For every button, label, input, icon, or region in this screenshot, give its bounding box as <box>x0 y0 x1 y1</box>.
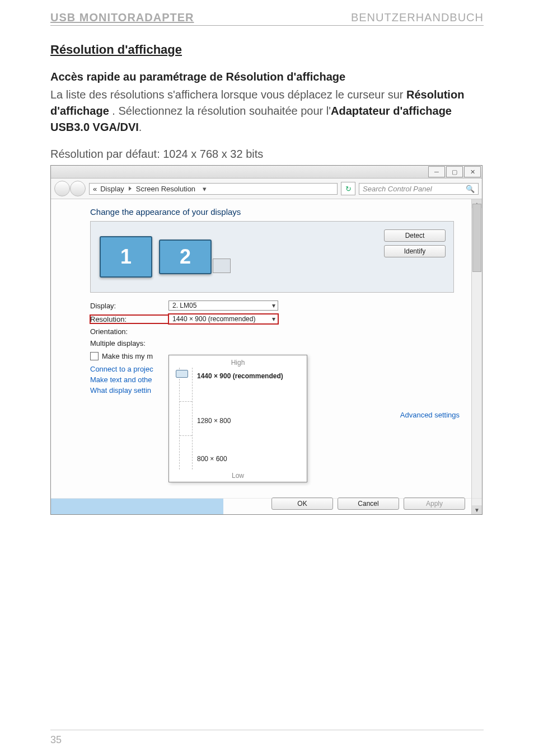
resolution-slider-handle[interactable] <box>176 370 188 378</box>
resolution-label: Resolution: <box>90 315 168 323</box>
header-right: BENUTZERHANDBUCH <box>351 11 484 24</box>
section-title: Résolution d'affichage <box>50 43 484 57</box>
monitor-2-label: 2 <box>180 245 191 269</box>
popup-option-recommended[interactable]: 1440 × 900 (recommended) <box>197 372 283 380</box>
page-header: USB MONITORADAPTER BENUTZERHANDBUCH <box>50 11 484 26</box>
popup-low-label: Low <box>169 472 307 480</box>
screenshot-window: ─ ▢ ✕ « Display Screen Resolution ▾ ↻ Se… <box>50 165 483 515</box>
orientation-label: Orientation: <box>90 327 168 336</box>
nav-buttons <box>54 181 86 196</box>
body-text-3: . <box>139 121 142 133</box>
body-paragraph: La liste des résolutions s'affichera lor… <box>50 87 484 135</box>
search-placeholder: Search Control Panel <box>363 185 432 193</box>
body-text-2: . Sélectionnez la résolution souhaitée p… <box>112 105 331 117</box>
subheading: Accès rapide au paramétrage de Résolutio… <box>50 71 484 83</box>
window-footer-shade <box>51 498 482 514</box>
search-icon: 🔍 <box>466 185 475 193</box>
breadcrumb-back: « <box>93 185 97 193</box>
back-button[interactable] <box>54 181 70 196</box>
panel-title: Change the appearance of your displays <box>90 207 454 217</box>
forward-button[interactable] <box>70 181 86 196</box>
popup-option-1280x800[interactable]: 1280 × 800 <box>197 417 231 425</box>
maximize-button[interactable]: ▢ <box>446 166 463 177</box>
address-bar: « Display Screen Resolution ▾ ↻ Search C… <box>51 179 482 199</box>
breadcrumb-dropdown[interactable]: ▾ <box>199 185 210 193</box>
chevron-right-icon <box>129 186 132 191</box>
close-button[interactable]: ✕ <box>464 166 481 177</box>
body-text-1: La liste des résolutions s'affichera lor… <box>50 88 406 101</box>
make-main-label: Make this my m <box>102 352 153 360</box>
default-resolution-line: Résolution par défaut: 1024 x 768 x 32 b… <box>50 148 484 161</box>
search-input[interactable]: Search Control Panel 🔍 <box>359 183 479 195</box>
footer-rule <box>50 730 484 730</box>
detect-button[interactable]: Detect <box>384 229 446 242</box>
header-left: USB MONITORADAPTER <box>50 11 194 24</box>
resolution-slider-track[interactable] <box>179 368 193 469</box>
monitor-preview-area[interactable]: 1 2 Detect Identify <box>90 221 454 293</box>
window-titlebar: ─ ▢ ✕ <box>51 166 482 179</box>
scroll-thumb[interactable] <box>472 204 481 272</box>
breadcrumb[interactable]: « Display Screen Resolution ▾ <box>89 183 338 195</box>
advanced-settings-link[interactable]: Advanced settings <box>400 411 460 419</box>
make-main-checkbox[interactable] <box>90 352 99 360</box>
monitor-1[interactable]: 1 <box>100 236 152 278</box>
breadcrumb-seg-display[interactable]: Display <box>100 185 124 193</box>
grid-icon <box>213 259 231 273</box>
identify-button[interactable]: Identify <box>384 245 446 257</box>
refresh-button[interactable]: ↻ <box>341 182 355 195</box>
monitor-2[interactable]: 2 <box>159 240 212 274</box>
resolution-popup[interactable]: High 1440 × 900 (recommended) 1280 × 800… <box>168 355 307 482</box>
display-label: Display: <box>90 302 168 310</box>
popup-high-label: High <box>174 359 302 367</box>
breadcrumb-seg-screenres[interactable]: Screen Resolution <box>136 185 195 193</box>
page-number: 35 <box>50 734 62 746</box>
minimize-button[interactable]: ─ <box>428 166 445 177</box>
scrollbar[interactable]: ▲ ▼ <box>471 199 482 514</box>
multiple-displays-label: Multiple displays: <box>90 339 168 348</box>
resolution-dropdown[interactable]: 1440 × 900 (recommended) <box>168 314 278 324</box>
popup-option-800x600[interactable]: 800 × 600 <box>197 455 227 463</box>
display-dropdown[interactable]: 2. LM05 <box>168 300 278 311</box>
